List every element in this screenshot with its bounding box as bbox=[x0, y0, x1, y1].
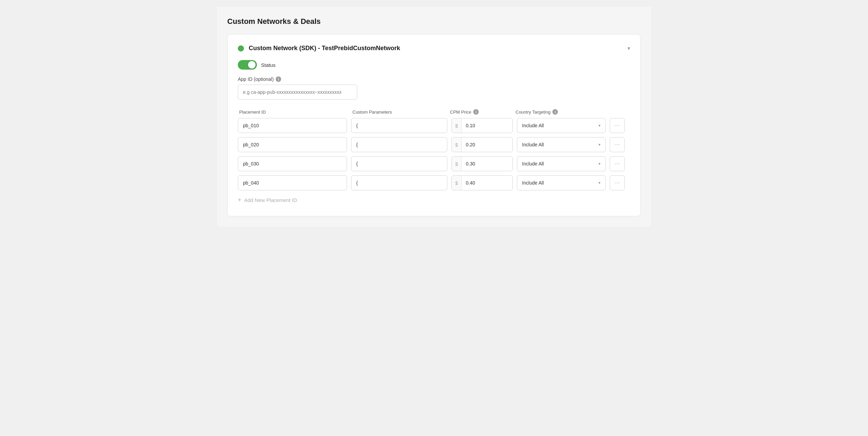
custom-params-input-1[interactable] bbox=[351, 137, 447, 152]
card-header: Custom Network (SDK) - TestPrebidCustomN… bbox=[238, 45, 630, 52]
cpm-price-input-1[interactable] bbox=[462, 137, 513, 152]
country-targeting-select-2[interactable]: Include All ▾ bbox=[517, 156, 606, 171]
table-row: $ Include All ▾ ··· bbox=[238, 175, 630, 190]
country-select-text-1: Include All bbox=[522, 142, 544, 147]
more-options-button-1[interactable]: ··· bbox=[610, 137, 625, 152]
placement-id-input-1[interactable] bbox=[238, 137, 347, 152]
collapse-chevron-icon[interactable]: ▾ bbox=[627, 45, 630, 52]
card-header-left: Custom Network (SDK) - TestPrebidCustomN… bbox=[238, 45, 400, 52]
status-row: Status bbox=[238, 60, 630, 70]
cpm-price-input-3[interactable] bbox=[462, 176, 513, 190]
app-id-label: App ID (optional) i bbox=[238, 76, 630, 82]
country-chevron-icon-0: ▾ bbox=[598, 123, 601, 128]
custom-params-input-2[interactable] bbox=[351, 156, 447, 171]
custom-params-input-3[interactable] bbox=[351, 175, 447, 190]
status-dot bbox=[238, 45, 244, 52]
cpm-cell-2: $ bbox=[451, 156, 513, 171]
more-options-button-3[interactable]: ··· bbox=[610, 175, 625, 190]
page-title: Custom Networks & Deals bbox=[227, 17, 641, 26]
col-country-targeting: Country Targeting i bbox=[516, 109, 604, 115]
cpm-cell-0: $ bbox=[451, 118, 513, 133]
cpm-cell-3: $ bbox=[451, 175, 513, 190]
dollar-sign-3: $ bbox=[452, 176, 462, 190]
col-custom-params: Custom Parameters bbox=[352, 109, 446, 115]
country-targeting-select-1[interactable]: Include All ▾ bbox=[517, 137, 606, 152]
dollar-sign-1: $ bbox=[452, 137, 462, 152]
country-targeting-select-3[interactable]: Include All ▾ bbox=[517, 175, 606, 190]
country-chevron-icon-2: ▾ bbox=[598, 161, 601, 166]
table-rows-container: $ Include All ▾ ··· $ Include All ▾ ··· bbox=[238, 118, 630, 190]
col-cpm-price: CPM Price i bbox=[450, 109, 511, 115]
add-placement-label: Add New Placement ID bbox=[244, 197, 297, 203]
placement-id-input-0[interactable] bbox=[238, 118, 347, 133]
table-header: Placement ID Custom Parameters CPM Price… bbox=[238, 109, 630, 115]
cpm-info-icon[interactable]: i bbox=[473, 109, 479, 115]
country-info-icon[interactable]: i bbox=[552, 109, 558, 115]
app-id-section: App ID (optional) i bbox=[238, 76, 630, 100]
country-select-text-0: Include All bbox=[522, 123, 544, 128]
app-id-info-icon[interactable]: i bbox=[276, 76, 281, 82]
add-placement-button[interactable]: + Add New Placement ID bbox=[238, 194, 297, 206]
country-chevron-icon-1: ▾ bbox=[598, 142, 601, 147]
cpm-price-input-2[interactable] bbox=[462, 157, 513, 171]
country-chevron-icon-3: ▾ bbox=[598, 180, 601, 185]
toggle-slider bbox=[238, 60, 257, 70]
placement-table: Placement ID Custom Parameters CPM Price… bbox=[238, 109, 630, 206]
dollar-sign-2: $ bbox=[452, 157, 462, 171]
more-options-button-0[interactable]: ··· bbox=[610, 118, 625, 133]
network-card: Custom Network (SDK) - TestPrebidCustomN… bbox=[227, 34, 641, 216]
app-id-input[interactable] bbox=[238, 85, 357, 100]
network-title: Custom Network (SDK) - TestPrebidCustomN… bbox=[249, 45, 400, 52]
placement-id-input-3[interactable] bbox=[238, 175, 347, 190]
country-targeting-select-0[interactable]: Include All ▾ bbox=[517, 118, 606, 133]
status-label: Status bbox=[261, 62, 276, 68]
col-placement-id: Placement ID bbox=[239, 109, 348, 115]
cpm-cell-1: $ bbox=[451, 137, 513, 152]
cpm-price-input-0[interactable] bbox=[462, 118, 513, 133]
table-row: $ Include All ▾ ··· bbox=[238, 156, 630, 171]
country-select-text-2: Include All bbox=[522, 161, 544, 166]
table-row: $ Include All ▾ ··· bbox=[238, 137, 630, 152]
country-select-text-3: Include All bbox=[522, 180, 544, 186]
status-toggle[interactable] bbox=[238, 60, 257, 70]
table-row: $ Include All ▾ ··· bbox=[238, 118, 630, 133]
custom-params-input-0[interactable] bbox=[351, 118, 447, 133]
plus-icon: + bbox=[238, 197, 242, 204]
page-container: Custom Networks & Deals Custom Network (… bbox=[217, 7, 651, 227]
placement-id-input-2[interactable] bbox=[238, 156, 347, 171]
more-options-button-2[interactable]: ··· bbox=[610, 156, 625, 171]
dollar-sign-0: $ bbox=[452, 118, 462, 133]
